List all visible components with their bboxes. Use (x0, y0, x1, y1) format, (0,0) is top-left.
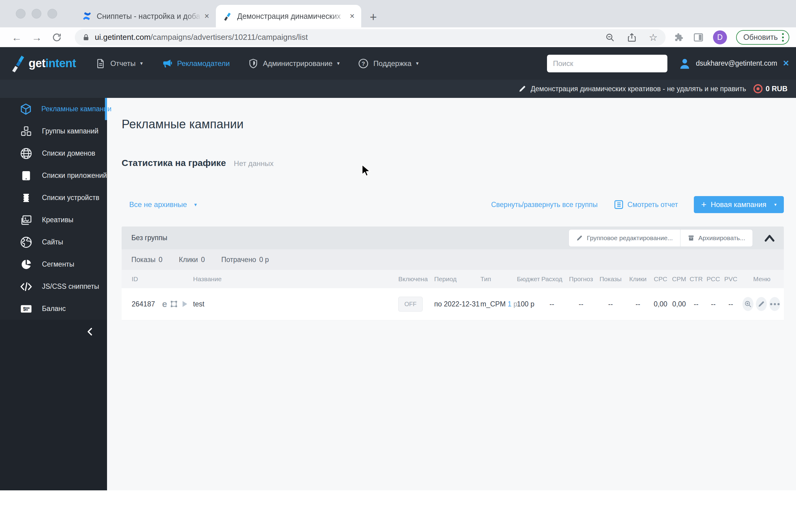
campaign-type-icons: e (154, 288, 190, 320)
close-tab-icon[interactable]: × (350, 12, 355, 20)
col-forecast[interactable]: Прогноз (566, 270, 596, 288)
menu-administration[interactable]: Администрирование ▾ (248, 58, 340, 69)
view-report-link[interactable]: Смотреть отчет (613, 200, 678, 210)
more-actions-button[interactable] (769, 297, 780, 311)
archive-button[interactable]: Архивировать... (680, 229, 753, 247)
advertiser-name: Демонстрация динамических креативов - не… (531, 85, 746, 93)
toggle-groups-link[interactable]: Свернуть/развернуть все группы (491, 201, 598, 209)
tab-title: Сниппеты - настройка и доба (97, 12, 201, 21)
archive-label: Архивировать... (698, 234, 745, 242)
edit-button[interactable] (756, 297, 767, 311)
sidebar-item-label: Списки устройств (42, 194, 99, 202)
sidebar-item-label: Сегменты (42, 260, 74, 268)
confluence-icon (82, 11, 92, 21)
share-icon[interactable] (627, 33, 637, 42)
search-input[interactable] (547, 59, 667, 68)
col-cpm[interactable]: CPM (670, 270, 688, 288)
zoom-icon[interactable] (605, 33, 615, 42)
sidebar-item-balance[interactable]: $ Баланс (0, 298, 107, 320)
menu-advertisers[interactable]: Рекламодатели (161, 58, 230, 69)
sidebar-footer (0, 320, 107, 490)
campaigns-table: ID Название Включена Период Тип Бюджет Р… (121, 270, 784, 320)
back-icon[interactable]: ← (12, 32, 22, 42)
window-controls[interactable] (0, 0, 57, 27)
tab-snippets[interactable]: Сниппеты - настройка и доба × (75, 5, 216, 27)
col-clicks[interactable]: Клики (625, 270, 651, 288)
collapse-group-icon[interactable] (764, 234, 775, 242)
col-name[interactable]: Название (190, 270, 395, 288)
getintent-logo[interactable]: getintent (8, 55, 76, 72)
user-icon (678, 57, 692, 71)
col-budget[interactable]: Бюджет (511, 270, 537, 288)
col-spend[interactable]: Расход (537, 270, 566, 288)
archive-filter-dropdown[interactable]: Все не архивные ▾ (129, 200, 197, 209)
group-header: Без группы Групповое редактирование... А… (121, 227, 784, 249)
money-card-icon: $ (20, 303, 33, 315)
new-tab-button[interactable]: + (370, 11, 377, 23)
campaign-type-cell: m_CPM 1 р (474, 288, 511, 320)
minimize-window-button[interactable] (32, 9, 41, 19)
off-toggle-button[interactable]: OFF (398, 297, 423, 311)
preview-button[interactable] (742, 297, 754, 311)
close-window-button[interactable] (16, 9, 25, 19)
col-enabled[interactable]: Включена (395, 270, 426, 288)
col-period[interactable]: Период (426, 270, 474, 288)
sidebar-item-app-lists[interactable]: Списки приложений (0, 165, 107, 187)
sidebar-item-creatives[interactable]: Креативы (0, 209, 107, 231)
lock-icon (82, 34, 90, 41)
sidebar-item-sites[interactable]: Сайты (0, 231, 107, 253)
new-campaign-button[interactable]: + Новая кампания ▾ (694, 196, 784, 213)
col-type-icons (154, 270, 190, 288)
user-email: dsukharev@getintent.com (696, 59, 777, 68)
tab-getintent-active[interactable]: Демонстрация динамических × (216, 5, 361, 27)
logout-close-icon[interactable]: ✕ (783, 59, 789, 68)
group-stat-impressions: Показы0 (131, 256, 163, 264)
group-stat-clicks: Клики0 (179, 256, 205, 264)
col-ctr[interactable]: CTR (688, 270, 704, 288)
campaign-name[interactable]: test (190, 288, 395, 320)
sidebar-item-campaigns[interactable]: Рекламные кампании (0, 98, 107, 120)
plus-icon: + (701, 200, 707, 210)
app-search[interactable] (547, 55, 667, 72)
forward-icon[interactable]: → (32, 32, 42, 42)
sidebar-item-snippets[interactable]: JS/CSS сниппеты (0, 276, 107, 298)
browser-update-button[interactable]: Обновить (736, 30, 789, 45)
device-icon (21, 192, 32, 203)
shield-icon (248, 58, 259, 69)
close-tab-icon[interactable]: × (204, 12, 209, 20)
col-type[interactable]: Тип (474, 270, 511, 288)
col-id[interactable]: ID (121, 270, 154, 288)
reload-icon[interactable] (52, 32, 62, 42)
campaign-impressions: -- (596, 288, 625, 320)
address-bar[interactable]: ui.getintent.com/campaigns/advertisers/1… (75, 29, 666, 45)
maximize-window-button[interactable] (48, 9, 57, 19)
group-name: Без группы (131, 234, 167, 242)
table-row[interactable]: 264187 e test OFF (121, 288, 784, 320)
report-list-icon (613, 200, 624, 210)
sidebar-item-device-lists[interactable]: Списки устройств (0, 187, 107, 209)
col-cpc[interactable]: CPC (651, 270, 670, 288)
bulk-edit-button[interactable]: Групповое редактирование... (569, 229, 680, 247)
menu-reports[interactable]: Отчеты ▾ (95, 58, 143, 69)
sidebar-item-segments[interactable]: Сегменты (0, 253, 107, 276)
campaign-menu-cell (739, 288, 784, 320)
sidebar-item-label: Баланс (42, 305, 66, 313)
bookmark-star-icon[interactable]: ☆ (649, 33, 658, 42)
col-pvc[interactable]: PVC (722, 270, 739, 288)
url-text: ui.getintent.com/campaigns/advertisers/1… (95, 33, 308, 42)
col-impressions[interactable]: Показы (596, 270, 625, 288)
browser-profile-avatar[interactable]: D (713, 31, 727, 44)
col-pcc[interactable]: PCC (704, 270, 722, 288)
svg-text:?: ? (362, 60, 365, 66)
sidebar-item-domain-lists[interactable]: Списки доменов (0, 142, 107, 165)
chevron-down-icon[interactable]: ▾ (774, 202, 777, 207)
extensions-puzzle-icon[interactable] (674, 32, 684, 42)
browser-menu-icon[interactable] (782, 33, 784, 42)
user-block[interactable]: dsukharev@getintent.com ✕ (678, 57, 789, 71)
side-panel-icon[interactable] (693, 32, 704, 43)
sidebar-item-campaign-groups[interactable]: Группы кампаний (0, 120, 107, 142)
pencil-icon[interactable] (518, 85, 526, 93)
campaign-cpc: 0,00 (651, 288, 670, 320)
menu-support[interactable]: ? Поддержка ▾ (358, 58, 419, 69)
collapse-sidebar-icon[interactable] (86, 326, 94, 337)
